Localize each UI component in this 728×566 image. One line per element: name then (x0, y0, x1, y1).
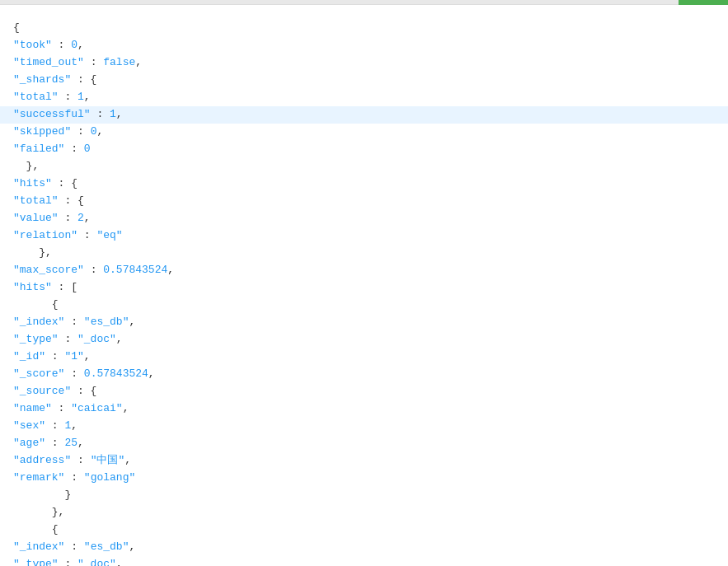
code-line: "age" : 25, (0, 435, 728, 452)
code-line: "_id" : "1", (0, 348, 728, 366)
code-line: "took" : 0, (0, 37, 728, 54)
code-area: { "took" : 0, "timed_out" : false, "_sha… (0, 13, 728, 566)
code-line: "timed_out" : false, (0, 54, 728, 72)
code-line: "failed" : 0 (0, 141, 728, 158)
code-line: "_score" : 0.57843524, (0, 366, 728, 383)
code-line: "relation" : "eq" (0, 227, 728, 245)
code-line: "_type" : "_doc", (0, 331, 728, 348)
code-line: "total" : 1, (0, 89, 728, 106)
code-line: { (0, 297, 728, 314)
code-line: "value" : 2, (0, 210, 728, 227)
top-bar (0, 0, 728, 5)
code-line: } (0, 487, 728, 504)
code-line: "_type" : "_doc", (0, 556, 728, 566)
code-line: "max_score" : 0.57843524, (0, 262, 728, 279)
code-line: }, (0, 504, 728, 522)
code-line: "_index" : "es_db", (0, 314, 728, 331)
code-line: "hits" : [ (0, 279, 728, 297)
code-line: "skipped" : 0, (0, 124, 728, 141)
code-line: }, (0, 245, 728, 262)
top-bar-accent (679, 0, 728, 5)
code-line: "sex" : 1, (0, 418, 728, 435)
code-line: "successful" : 1, (0, 106, 728, 124)
code-line: "hits" : { (0, 175, 728, 193)
code-line: }, (0, 158, 728, 175)
code-line: "_index" : "es_db", (0, 539, 728, 556)
code-line: "total" : { (0, 193, 728, 210)
code-line: "name" : "caicai", (0, 400, 728, 418)
code-line: "_shards" : { (0, 72, 728, 89)
code-line: { (0, 522, 728, 539)
code-line: "_source" : { (0, 383, 728, 400)
code-line: "remark" : "golang" (0, 470, 728, 487)
main-container: { "took" : 0, "timed_out" : false, "_sha… (0, 0, 728, 566)
code-line: { (0, 20, 728, 37)
code-line: "address" : "中国", (0, 452, 728, 470)
